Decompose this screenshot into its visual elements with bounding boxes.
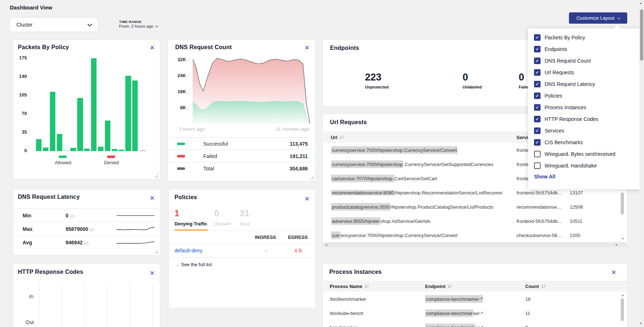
menu-item-url-requests[interactable]: ✓Url Requests (528, 67, 640, 78)
customize-layout-menu: ✓Packets By Policy ✓Endpoints ✓DNS Reque… (528, 28, 640, 189)
menu-item-cis-benchmarks[interactable]: ✓CIS Benchmarks (528, 137, 640, 148)
policy-link[interactable]: default-deny (174, 248, 203, 253)
metric-value-unlabeled: 0 (463, 72, 468, 83)
scroll-right-icon[interactable]: ▸ (616, 243, 617, 247)
close-icon[interactable]: ✕ (150, 195, 155, 201)
scroll-up-icon[interactable]: ▴ (640, 1, 642, 5)
legend-row-failed: Failed 191,211 (168, 150, 315, 162)
policies-card: Policies ✕ 1 Denying Traffic 0 Unused 31… (168, 189, 316, 308)
column-header-url[interactable]: Url (331, 134, 344, 140)
table-horizontal-scrollbar[interactable]: ◂ ▸ (323, 242, 627, 247)
card-title: Process Instances (329, 269, 382, 275)
menu-item-endpoints[interactable]: ✓Endpoints (528, 43, 640, 55)
close-icon[interactable]: ✕ (305, 45, 310, 51)
y-tick-label: 0 (24, 148, 27, 153)
menu-item-services[interactable]: ✓Services (528, 125, 640, 137)
menu-item-packets-by-policy[interactable]: ✓Packets By Policy (528, 32, 640, 43)
latency-label: Max (23, 226, 32, 232)
menu-item-policies[interactable]: ✓Policies (528, 90, 640, 102)
bar-allowed (77, 98, 83, 151)
url-text-highlighted: currencyservice:7000/hipstershop (331, 160, 403, 168)
menu-item-dns-request-count[interactable]: ✓DNS Request Count (528, 55, 640, 67)
checkbox[interactable]: ✓ (534, 81, 541, 87)
dashboard-view: Dashboard View Cluster TIME RANGE From: … (0, 0, 644, 327)
url-text: .CurrencyService/GetSupportedCurrencies (403, 161, 493, 167)
scroll-down-icon[interactable]: ▾ (622, 237, 624, 240)
card-title: Endpoints (330, 45, 359, 51)
time-range-value[interactable]: From: 2 hours ago (119, 24, 158, 28)
checkbox[interactable]: ✓ (534, 139, 541, 146)
checkbox[interactable]: ✓ (534, 104, 541, 111)
close-icon[interactable]: ✕ (150, 270, 155, 276)
page-scrollbar[interactable]: ▴ ▾ (639, 0, 644, 327)
resize-grip[interactable] (310, 176, 313, 179)
checkbox[interactable] (534, 151, 541, 157)
page-title: Dashboard View (10, 4, 52, 11)
stat-value-unused[interactable]: 0 (214, 208, 219, 218)
table-row: benchmarker compliance-benchmarker-* 9 (323, 320, 627, 327)
count-cell: 2200 (570, 232, 580, 238)
card-title: DNS Request Latency (18, 194, 80, 200)
y-tick-label: 140 (19, 74, 27, 79)
menu-item-wireguard-handshake[interactable]: Wireguard. Handshake (528, 160, 640, 172)
scroll-left-icon[interactable]: ◂ (325, 243, 327, 247)
close-icon[interactable]: ✕ (305, 196, 310, 202)
column-header-count[interactable]: Count (525, 284, 546, 289)
stat-label-denying[interactable]: Denying Traffic (174, 221, 207, 226)
table-vertical-scrollbar[interactable] (621, 298, 624, 321)
close-icon[interactable]: ✕ (611, 269, 616, 276)
count-cell: 13107 (570, 190, 583, 195)
show-all-link[interactable]: Show All (534, 174, 555, 180)
resize-grip[interactable] (155, 174, 158, 177)
table-row: /bin/benchmarker compliance-benchmarker-… (323, 292, 627, 306)
checkbox[interactable] (534, 162, 541, 169)
column-header-endpoint[interactable]: Endpoint (425, 284, 452, 289)
stat-label-total[interactable]: Total (240, 221, 250, 226)
url-text-highlighted: cartservice:7070/hipstershop. (331, 174, 394, 182)
scroll-down-icon[interactable]: ▾ (640, 322, 642, 325)
resize-grip[interactable] (155, 250, 158, 253)
legend-label: Successful (203, 141, 228, 147)
sparkline-max (116, 225, 155, 233)
customize-layout-button[interactable]: Customize Layout (569, 12, 627, 24)
count-cell: 18 (525, 296, 530, 302)
sparkline-avg (116, 239, 155, 247)
column-header-egress: EGRESS (288, 235, 308, 240)
y-tick-label: 70 (22, 111, 27, 116)
latency-unit: µs (70, 213, 75, 218)
menu-item-dns-request-latency[interactable]: ✓DNS Request Latency (528, 78, 640, 90)
dns-request-latency-card: DNS Request Latency ✕ Min 0 µs Max 95879… (13, 189, 160, 255)
legend-swatch (177, 168, 185, 170)
scroll-up-icon[interactable]: ▴ (622, 293, 624, 297)
view-scope-select[interactable]: Cluster (9, 17, 98, 32)
egress-value: 4 B (294, 248, 302, 253)
stat-value-total[interactable]: 31 (240, 208, 250, 218)
bar-chart-denied (141, 58, 146, 151)
endpoint-text-highlighted: compliance-benchmark (425, 323, 475, 327)
bar-allowed (91, 58, 97, 151)
close-icon[interactable]: ✕ (150, 45, 155, 51)
table-vertical-scrollbar[interactable] (621, 193, 624, 214)
bar-allowed (50, 92, 55, 151)
menu-item-process-instances[interactable]: ✓Process Instances (528, 102, 640, 113)
row-label-in: In (29, 293, 34, 299)
checkbox[interactable]: ✓ (534, 34, 541, 41)
endpoint-text: ker-* (473, 310, 483, 316)
checkbox[interactable]: ✓ (534, 116, 541, 122)
page-scrollbar-thumb[interactable] (640, 9, 643, 60)
ingress-value: – (264, 248, 267, 253)
menu-item-http-response-codes[interactable]: ✓HTTP Response Codes (528, 113, 640, 125)
see-full-list-link[interactable]: See the full list (181, 262, 212, 267)
stat-value-denying[interactable]: 1 (174, 208, 179, 218)
checkbox[interactable]: ✓ (534, 69, 541, 76)
checkbox[interactable]: ✓ (534, 58, 541, 64)
stat-label-unused[interactable]: Unused (214, 221, 231, 226)
checkbox[interactable]: ✓ (534, 92, 541, 99)
checkbox[interactable]: ✓ (534, 127, 541, 134)
chevron-down-icon (617, 16, 620, 19)
legend-label: Total (203, 166, 214, 172)
menu-item-wireguard-bytes[interactable]: Wireguard. Bytes sent/received (528, 148, 640, 160)
url-text: CartService/GetCart (394, 176, 437, 181)
column-header-process-name[interactable]: Process Name (330, 284, 369, 289)
checkbox[interactable]: ✓ (534, 46, 541, 52)
